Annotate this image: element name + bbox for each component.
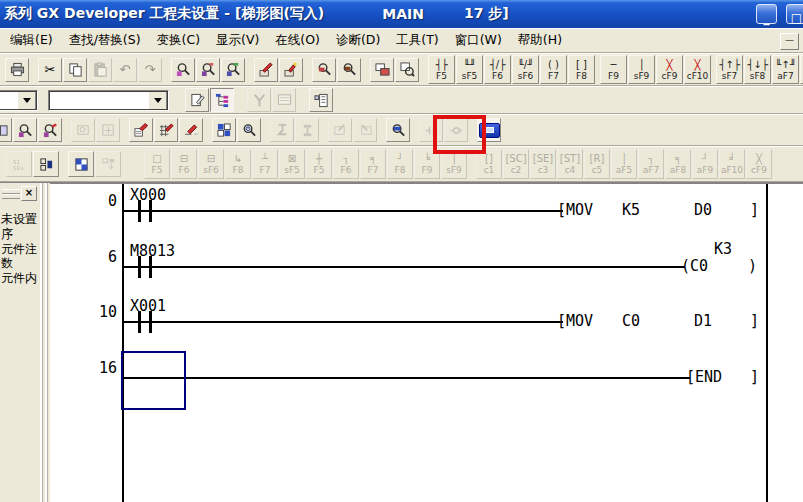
ladder-symbol-button-sF8[interactable]: ┤↓├sF8: [744, 55, 771, 84]
rung-line[interactable]: [123, 210, 563, 212]
coil-symbol[interactable]: (C0: [681, 257, 708, 275]
device-select-combo[interactable]: [48, 90, 169, 111]
selection-cursor[interactable]: [121, 351, 186, 410]
find-replace-icon[interactable]: [196, 58, 220, 82]
sfc-symbol: ╛: [729, 153, 735, 165]
minimize-button[interactable]: _: [756, 4, 777, 24]
rung-line[interactable]: [123, 321, 563, 323]
sfc-button-aF10: ╛aF10: [719, 149, 745, 179]
ladder-symbol-button-F7[interactable]: ( )F7: [540, 55, 567, 84]
device-comment-edit-icon[interactable]: [129, 118, 153, 142]
menu-item[interactable]: 工具(T): [388, 29, 446, 52]
menu-item[interactable]: 编辑(E): [2, 29, 61, 52]
menu-item[interactable]: 变换(C): [149, 29, 208, 52]
cascade-window-icon[interactable]: [395, 58, 419, 82]
sfc-button-F5: □F5: [144, 149, 170, 179]
sfc-symbol-label: sF5: [284, 165, 300, 175]
find-pencil-icon[interactable]: [38, 118, 62, 142]
comment-edit-icon[interactable]: [185, 88, 209, 112]
mdi-minimize-button[interactable]: —: [780, 33, 799, 50]
s1s9-icon: S1S9↓: [6, 151, 32, 177]
find-partial-icon[interactable]: [0, 118, 12, 142]
menu-item[interactable]: 在线(O): [267, 29, 328, 52]
ladder-symbol-button-cF10[interactable]: ╳cF10: [684, 55, 711, 84]
sfc-symbol: ⊟: [207, 153, 215, 165]
sfc-symbol-label: F5: [152, 165, 163, 175]
chevron-down-icon[interactable]: [17, 91, 36, 110]
ladder-monitor-icon[interactable]: [386, 118, 410, 142]
ladder-symbol-button-cF9[interactable]: ╳cF9: [656, 55, 683, 84]
step-count: 17 步]: [464, 5, 509, 23]
instruction-arg[interactable]: D0: [694, 201, 712, 219]
block-grid-icon[interactable]: [68, 151, 94, 177]
rung-line[interactable]: [123, 377, 690, 379]
tree-item[interactable]: 序: [1, 227, 38, 242]
zoom-comment-icon[interactable]: [337, 58, 361, 82]
ladder-symbol-button-sF7[interactable]: ┤↑├sF7: [716, 55, 743, 84]
zoom-device-icon[interactable]: [312, 58, 336, 82]
instruction-arg[interactable]: K5: [622, 201, 640, 219]
contact-bar[interactable]: [138, 311, 141, 333]
instruction-arg[interactable]: C0: [622, 312, 640, 330]
sfc-button-F7: ╕F7: [360, 149, 386, 179]
entry-monitor-icon[interactable]: [477, 118, 501, 142]
tree-item[interactable]: 元件注: [1, 242, 38, 257]
instruction-op[interactable]: [MOV: [557, 201, 593, 219]
contact-bar[interactable]: [138, 200, 141, 222]
panel-header[interactable]: ×: [1, 186, 37, 200]
contact-bar[interactable]: [149, 311, 152, 333]
monitor-mode-icon[interactable]: [279, 58, 303, 82]
sfc-button-aF9: ┘aF9: [692, 149, 718, 179]
tile-window-icon[interactable]: [370, 58, 394, 82]
contact-bar[interactable]: [138, 256, 141, 278]
panel-splitter[interactable]: [38, 182, 50, 502]
ladder-editor[interactable]: 0X000[MOVK5D0]6M8013(C0)K310X001[MOVC0D1…: [50, 182, 803, 502]
menu-item[interactable]: 显示(V): [208, 29, 267, 52]
find-device-icon[interactable]: [221, 58, 245, 82]
ladder-symbol: ╙/╜: [518, 59, 533, 71]
instruction-arg[interactable]: D1: [694, 312, 712, 330]
sfc-symbol: []: [485, 153, 493, 165]
find-contact-icon[interactable]: [13, 118, 37, 142]
ladder-symbol-button-F5[interactable]: ┤├F5: [428, 55, 455, 84]
tree-item[interactable]: 数: [1, 256, 38, 271]
program-list-icon[interactable]: [309, 88, 333, 112]
tree-item[interactable]: 未设置: [1, 212, 38, 227]
maximize-button[interactable]: □: [786, 4, 803, 24]
ladder-symbol-button-F9[interactable]: ─F9: [600, 55, 627, 84]
copy-icon[interactable]: [63, 58, 87, 82]
menu-item[interactable]: 帮助(H): [510, 29, 570, 52]
ladder-symbol-button-sF5[interactable]: ╙╜sF5: [456, 55, 483, 84]
device-clear-icon[interactable]: [179, 118, 203, 142]
block-convert-icon[interactable]: [33, 151, 59, 177]
program-select-combo[interactable]: [0, 90, 38, 111]
write-mode-icon[interactable]: [254, 58, 278, 82]
contact-bar[interactable]: [149, 256, 152, 278]
ladder-symbol-button-F8[interactable]: [ ]F8: [568, 55, 595, 84]
sfc-symbol: ╕: [370, 153, 376, 165]
instruction-op[interactable]: [END: [686, 368, 722, 386]
find-icon[interactable]: [171, 58, 195, 82]
menu-item[interactable]: 诊断(D): [328, 29, 388, 52]
ladder-symbol-button-aF7[interactable]: ╙↑╜aF7: [772, 55, 799, 84]
rung-line[interactable]: [123, 266, 685, 268]
contact-bar[interactable]: [149, 200, 152, 222]
menu-item[interactable]: 查找/替换(S): [61, 29, 149, 52]
ladder-symbol-button-F6[interactable]: ┤/├F6: [484, 55, 511, 84]
sfc-symbol-label: sF9: [446, 165, 462, 175]
ladder-symbol-button-sF6[interactable]: ╙/╜sF6: [512, 55, 539, 84]
chevron-down-icon[interactable]: [148, 91, 167, 110]
cut-icon[interactable]: ✂: [38, 58, 62, 82]
close-icon[interactable]: ×: [21, 186, 37, 201]
menu-item[interactable]: 窗口(W): [447, 29, 510, 52]
sfc-button-c5: [R]c5: [584, 149, 610, 179]
tree-item[interactable]: 元件内: [1, 271, 38, 286]
ladder-symbol-button-sF9[interactable]: │sF9: [628, 55, 655, 84]
project-data-list-icon[interactable]: [210, 88, 234, 112]
block-parameter-icon[interactable]: [212, 118, 236, 142]
device-memory-edit-icon[interactable]: [154, 118, 178, 142]
instruction-op[interactable]: [MOV: [557, 312, 593, 330]
ladder-symbol-label: F5: [436, 71, 447, 81]
sampling-trace-icon[interactable]: [237, 118, 261, 142]
print-icon[interactable]: [5, 58, 29, 82]
